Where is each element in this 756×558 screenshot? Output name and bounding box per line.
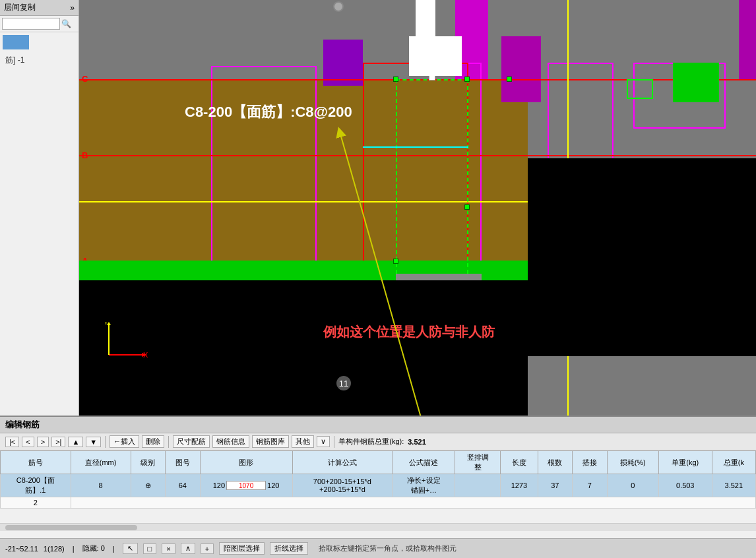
sidebar: 层间复制 » 🔍 筋] -1 [0,0,79,416]
scrollbar-area[interactable] [0,523,756,531]
cell-grade: ⊕ [131,474,166,497]
scroll-thumb[interactable] [5,525,137,530]
green-node-5 [507,77,512,82]
weight-label: 单构件钢筋总重(kg): [338,437,404,447]
th-splice: 搭接 [573,451,608,474]
rebar-table-container[interactable]: 筋号 直径(mm) 级别 图号 图形 计算公式 公式描述 竖排调整 长度 根数 … [0,450,756,523]
cell-length: 1273 [501,474,538,497]
white-shaft [416,0,435,40]
status-plus-btn[interactable]: + [201,543,214,554]
sidebar-search-area: 🔍 [0,16,79,32]
toolbar-sep-2 [168,436,169,448]
nav-next-button[interactable]: > [37,437,49,447]
status-select-btn[interactable]: ↖ [123,543,138,554]
th-desc: 公式描述 [393,451,455,474]
green-block-1 [673,63,719,102]
table-row[interactable]: C8-200【面筋】.1 8 ⊕ 64 120 1070 120 700+2 [1,474,756,497]
status-cross-btn[interactable]: × [162,543,175,554]
grid-label-c: C [82,74,88,84]
th-grade: 级别 [131,451,166,474]
status-count: 1(128) [44,545,65,553]
annotation-text: 例如这个位置是人防与非人防 [323,323,495,341]
cell-count: 37 [538,474,573,497]
cell-formula: 700+200-15+15*d+200-15+15*d [292,474,393,497]
status-hint: 拾取标左键指定第一角点，或拾取构件图元 [319,543,457,553]
status-sep2: | [113,545,115,553]
status-sep: | [73,545,75,553]
cell-loss: 0 [607,474,658,497]
th-count: 根数 [538,451,573,474]
th-figure: 图形 [200,451,292,474]
bottom-panel: 编辑钢筋 |< < > >| ▲ ▼ ←插入 删除 尺寸配筋 钢筋信息 钢筋图库… [0,416,756,538]
rebar-drawing-label: C8-200【面筋】:C8@200 [185,102,352,122]
rebar-info-button[interactable]: 钢筋信息 [212,435,249,448]
green-node-1 [393,77,398,82]
th-formula: 计算公式 [292,451,393,474]
search-icon[interactable]: 🔍 [61,19,71,28]
black-area-right [528,158,756,356]
sidebar-blue-button[interactable] [3,35,29,49]
sidebar-layer-label: 筋] -1 [0,52,79,69]
weight-value: 3.521 [408,438,426,446]
nav-up-button[interactable]: ▲ [68,437,83,447]
th-diameter: 直径(mm) [71,451,131,474]
green-node-3 [393,259,398,264]
toolbar: |< < > >| ▲ ▼ ←插入 删除 尺寸配筋 钢筋信息 钢筋图库 其他 ∨… [0,433,756,450]
nav-last-button[interactable]: >| [51,437,65,447]
th-loss: 损耗(%) [607,451,658,474]
cell-id-2: 2 [1,497,71,509]
status-layer-btn[interactable]: 陪图层选择 [219,542,265,555]
toolbar-sep-3 [334,436,334,448]
sidebar-title-label: 层间复制 [4,2,36,13]
purple-right [739,0,756,79]
th-vert: 竖排调整 [455,451,501,474]
status-bar: -21~52.11 1(128) | 隐藏: 0 | ↖ □ × ∧ + 陪图层… [0,538,756,558]
white-column-top [409,36,462,76]
th-shape: 图号 [166,451,201,474]
sidebar-title-arrow: » [70,3,75,13]
cell-diameter: 8 [71,474,131,497]
sidebar-title: 层间复制 » [0,0,79,16]
cell-empty [71,497,755,509]
status-hidden: 隐藏: 0 [82,543,105,553]
sidebar-search-input[interactable] [2,18,60,30]
status-coord: -21~52.11 [5,545,38,553]
bottom-panel-title: 编辑钢筋 [0,417,756,433]
cell-figure: 120 1070 120 [200,474,292,497]
nav-prev-button[interactable]: < [22,437,34,447]
th-id: 筋号 [1,451,71,474]
other-toggle-button[interactable]: ∨ [317,436,330,447]
status-polyline-btn[interactable]: 折线选择 [270,542,308,555]
th-length: 长度 [501,451,538,474]
axes-svg: X Y [96,322,148,368]
table-row[interactable]: 2 [1,497,756,509]
status-curve-btn[interactable]: ∧ [181,543,195,554]
dashed-green-rect [396,79,468,280]
grid-label-b: B [82,150,88,160]
green-outline-1 [627,79,653,99]
other-button[interactable]: 其他 [292,435,314,448]
status-box-btn[interactable]: □ [143,543,157,554]
purple-col-3 [501,36,541,102]
cell-desc: 净长+设定锚固+… [393,474,455,497]
top-circle-marker [333,1,344,12]
canvas-area: C B A C8-200【面筋】:C8@200 例如这个位置是人防与非人防 [79,0,756,416]
cyan-line [363,146,468,148]
dim-button[interactable]: 尺寸配筋 [173,435,210,448]
rebar-table-button[interactable]: 钢筋图库 [252,435,289,448]
cell-shape: 64 [166,474,201,497]
nav-first-button[interactable]: |< [5,437,19,447]
cell-vert [455,474,501,497]
rebar-table: 筋号 直径(mm) 级别 图号 图形 计算公式 公式描述 竖排调整 长度 根数 … [0,450,756,509]
cell-unit-wt: 0.503 [658,474,712,497]
delete-button[interactable]: 删除 [142,435,164,448]
cell-id: C8-200【面筋】.1 [1,474,71,497]
cell-total-wt: 3.521 [712,474,755,497]
insert-button[interactable]: ←插入 [110,435,139,448]
green-node-4 [464,204,470,210]
toolbar-sep-1 [105,436,106,448]
table-header-row: 筋号 直径(mm) 级别 图号 图形 计算公式 公式描述 竖排调整 长度 根数 … [1,451,756,474]
magenta-rect-1 [211,66,317,284]
svg-text:X: X [143,351,148,359]
nav-down-button[interactable]: ▼ [86,437,101,447]
